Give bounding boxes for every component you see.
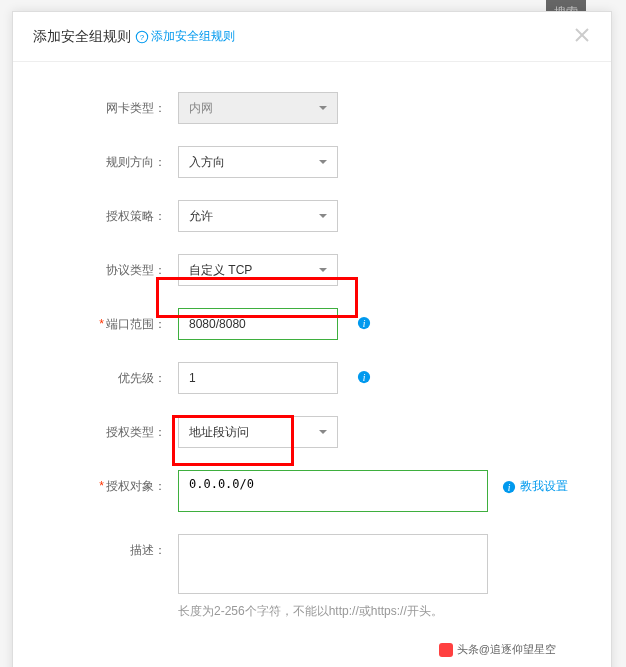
label-port-range: *端口范围： (33, 308, 178, 333)
row-auth-type: 授权类型： 地址段访问 (33, 416, 591, 448)
label-auth-type: 授权类型： (33, 416, 178, 441)
select-direction[interactable]: 入方向 (178, 146, 338, 178)
help-link[interactable]: ? 添加安全组规则 (135, 28, 235, 45)
desc-hint: 长度为2-256个字符，不能以http://或https://开头。 (178, 603, 488, 620)
svg-text:i: i (363, 372, 366, 383)
label-auth-obj: *授权对象： (33, 470, 178, 495)
label-priority: 优先级： (33, 362, 178, 387)
info-icon-priority[interactable]: i (357, 370, 371, 387)
svg-text:i: i (363, 318, 366, 329)
row-priority: 优先级： i (33, 362, 591, 394)
close-icon (573, 26, 591, 44)
row-policy: 授权策略： 允许 (33, 200, 591, 232)
svg-text:?: ? (140, 33, 145, 42)
help-text: 添加安全组规则 (151, 28, 235, 45)
label-protocol: 协议类型： (33, 254, 178, 279)
select-nic-type: 内网 (178, 92, 338, 124)
input-port-range[interactable] (178, 308, 338, 340)
info-icon-port[interactable]: i (357, 316, 371, 333)
teach-link[interactable]: i 教我设置 (502, 470, 568, 495)
row-direction: 规则方向： 入方向 (33, 146, 591, 178)
watermark: 头条@追逐仰望星空 (429, 640, 566, 659)
row-protocol: 协议类型： 自定义 TCP (33, 254, 591, 286)
label-direction: 规则方向： (33, 146, 178, 171)
row-nic-type: 网卡类型： 内网 (33, 92, 591, 124)
modal-header: 添加安全组规则 ? 添加安全组规则 (13, 12, 611, 62)
label-policy: 授权策略： (33, 200, 178, 225)
modal-dialog: 添加安全组规则 ? 添加安全组规则 网卡类型： 内网 规则方向： 入方向 授权策… (12, 11, 612, 667)
modal-title: 添加安全组规则 (33, 28, 131, 46)
label-nic-type: 网卡类型： (33, 92, 178, 117)
close-button[interactable] (573, 26, 591, 47)
modal-body: 网卡类型： 内网 规则方向： 入方向 授权策略： 允许 协议类型： 自定义 TC… (13, 62, 611, 667)
select-policy[interactable]: 允许 (178, 200, 338, 232)
row-port-range: *端口范围： i (33, 308, 591, 340)
select-auth-type[interactable]: 地址段访问 (178, 416, 338, 448)
row-auth-obj: *授权对象： 0.0.0.0/0 i 教我设置 (33, 470, 591, 512)
textarea-auth-obj[interactable]: 0.0.0.0/0 (178, 470, 488, 512)
svg-text:i: i (508, 481, 511, 492)
textarea-desc[interactable] (178, 534, 488, 594)
select-protocol[interactable]: 自定义 TCP (178, 254, 338, 286)
label-desc: 描述： (33, 534, 178, 559)
row-desc: 描述： 长度为2-256个字符，不能以http://或https://开头。 (33, 534, 591, 620)
help-circle-icon: ? (135, 30, 149, 44)
input-priority[interactable] (178, 362, 338, 394)
info-circle-icon: i (502, 480, 516, 494)
